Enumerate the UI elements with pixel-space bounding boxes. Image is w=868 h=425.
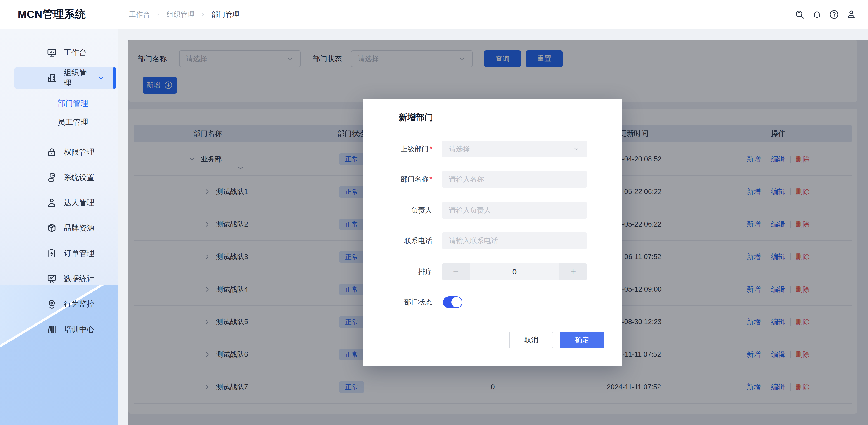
talent-icon: [46, 197, 57, 208]
chevron-down-icon: [573, 145, 580, 153]
settings-icon: [46, 172, 57, 183]
monitor-icon: [46, 298, 57, 310]
sidebar-item-brand[interactable]: 品牌资源: [0, 219, 118, 237]
sort-stepper: − 0 +: [442, 263, 587, 280]
bell-icon[interactable]: [811, 9, 822, 20]
breadcrumb: 工作台 组织管理 部门管理: [129, 10, 239, 19]
top-header: MCN管理系统 工作台 组织管理 部门管理: [0, 0, 868, 29]
sidebar-item-training[interactable]: 培训中心: [0, 320, 118, 338]
order-icon: [46, 248, 57, 259]
sidebar-item-workbench[interactable]: 工作台: [0, 43, 118, 62]
stepper-value[interactable]: 0: [470, 263, 559, 280]
owner-input[interactable]: [442, 202, 587, 219]
app-logo: MCN管理系统: [18, 7, 118, 22]
content-area: 部门名称 请选择 部门状态 请选择 查询 重置 新增 部门名称 部门状态: [128, 40, 868, 425]
sidebar-item-permission[interactable]: 权限管理: [0, 143, 118, 161]
main-area: 部门名称 请选择 部门状态 请选择 查询 重置 新增 部门名称 部门状态: [118, 29, 868, 425]
sidebar-item-system[interactable]: 系统设置: [0, 169, 118, 186]
chevron-right-icon: [155, 11, 161, 18]
dept-status-label: 部门状态: [363, 294, 432, 311]
dept-name-label: 部门名称*: [363, 171, 432, 188]
dept-name-input[interactable]: [442, 171, 587, 188]
sidebar-item-stats[interactable]: 数据统计: [0, 270, 118, 288]
training-icon: [46, 324, 57, 335]
modal-title: 新增部门: [399, 112, 433, 123]
sidebar-item-staff-mgmt[interactable]: 员工管理: [0, 113, 118, 131]
lock-icon: [46, 147, 57, 158]
workbench-icon: [46, 47, 57, 58]
sidebar: 工作台 组织管理 部门管理 员工管理 权限管理 系统设置 达人管理 品牌资源: [0, 29, 118, 425]
phone-input[interactable]: [442, 233, 587, 249]
org-icon: [46, 72, 57, 84]
owner-label: 负责人: [363, 202, 432, 219]
sidebar-item-org[interactable]: 组织管理: [14, 67, 116, 89]
user-icon[interactable]: [846, 9, 857, 20]
chevron-right-icon: [200, 11, 206, 18]
sidebar-item-monitor[interactable]: 行为监控: [0, 295, 118, 313]
parent-dept-select[interactable]: 请选择: [442, 141, 587, 157]
sidebar-item-dept-mgmt[interactable]: 部门管理: [0, 94, 118, 113]
sidebar-item-talent[interactable]: 达人管理: [0, 194, 118, 212]
active-indicator-bar: [113, 67, 116, 89]
search-icon[interactable]: [794, 9, 805, 20]
header-actions: [794, 9, 857, 20]
parent-dept-label: 上级部门*: [363, 141, 432, 157]
sort-label: 排序: [363, 263, 432, 280]
breadcrumb-item-dept: 部门管理: [211, 10, 239, 19]
breadcrumb-item-org[interactable]: 组织管理: [166, 10, 195, 19]
confirm-button[interactable]: 确定: [560, 332, 604, 348]
cancel-button[interactable]: 取消: [509, 332, 553, 348]
sidebar-menu: 工作台 组织管理 部门管理 员工管理 权限管理 系统设置 达人管理 品牌资源: [0, 29, 118, 338]
stepper-plus-button[interactable]: +: [559, 263, 587, 280]
brand-icon: [46, 222, 57, 234]
phone-label: 联系电话: [363, 233, 432, 249]
sidebar-item-order[interactable]: 订单管理: [0, 244, 118, 263]
stats-icon: [46, 273, 57, 284]
breadcrumb-item-workbench[interactable]: 工作台: [129, 10, 150, 19]
toggle-knob: [452, 297, 462, 307]
dept-status-toggle[interactable]: [443, 296, 463, 308]
stepper-minus-button[interactable]: −: [442, 263, 470, 280]
chevron-down-icon: [97, 74, 105, 82]
add-dept-modal: 新增部门 上级部门* 请选择 部门名称* 负责人 联系电话: [363, 98, 622, 366]
help-icon[interactable]: [829, 9, 839, 20]
